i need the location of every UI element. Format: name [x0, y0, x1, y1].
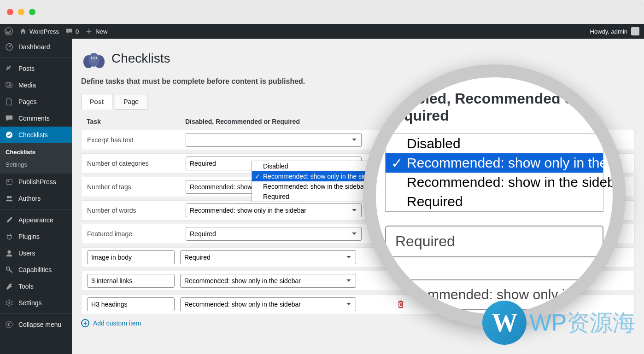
menu-settings[interactable]: Settings [0, 295, 72, 311]
menu-checklists[interactable]: Checklists [0, 127, 72, 143]
custom-task-input[interactable] [87, 250, 175, 264]
menu-publishpress[interactable]: PublishPress [0, 174, 72, 190]
menu-label: Authors [18, 195, 41, 202]
plus-icon [85, 28, 93, 35]
publish-icon [5, 177, 14, 186]
status-select[interactable]: Recommended: show only in the sidebar [180, 297, 356, 311]
menu-capabilities[interactable]: Capabilities [0, 261, 72, 278]
key-icon [5, 265, 14, 274]
mac-close-dot[interactable] [7, 9, 13, 15]
status-select[interactable]: Recommended: show only in the sidebar [180, 274, 356, 288]
menu-tools[interactable]: Tools [0, 278, 72, 295]
status-select[interactable] [186, 133, 362, 147]
magnifier-heading: Disabled, Recommended or Required [385, 90, 603, 124]
menu-comments[interactable]: Comments [0, 110, 72, 127]
menu-media[interactable]: Media [0, 77, 72, 93]
plugin-logo [81, 47, 107, 70]
menu-dashboard[interactable]: Dashboard [0, 39, 72, 55]
task-label: Number of categories [87, 160, 180, 167]
task-label: Featured image [87, 230, 180, 238]
menu-label: Pages [18, 98, 37, 105]
menu-plugins[interactable]: Plugins [0, 228, 72, 245]
magnifier-select[interactable]: Required [385, 226, 603, 257]
plug-icon [5, 232, 14, 241]
plus-circle-icon: + [81, 319, 89, 327]
status-select[interactable]: Required [186, 227, 362, 241]
status-select[interactable]: Required [180, 250, 356, 264]
watermark: W WP资源海 [482, 301, 636, 345]
gear-icon [5, 298, 14, 308]
comments-link[interactable]: 0 [65, 28, 79, 35]
menu-label: Dashboard [18, 43, 50, 51]
svg-point-14 [88, 53, 100, 67]
mac-maximize-dot[interactable] [29, 9, 35, 15]
check-icon [5, 130, 14, 139]
page-title: Checklists [111, 51, 170, 66]
mac-minimize-dot[interactable] [18, 9, 24, 15]
menu-pages[interactable]: Pages [0, 93, 72, 110]
svg-point-3 [6, 132, 12, 138]
magnifier-option[interactable]: Recommended: show in the sidebar a [386, 173, 603, 192]
submenu: Checklists Settings [0, 143, 72, 174]
site-link[interactable]: WordPress [19, 28, 59, 35]
tab-page[interactable]: Page [115, 94, 147, 110]
wp-logo-button[interactable] [5, 27, 13, 35]
svg-rect-4 [6, 180, 12, 185]
magnifier-option[interactable]: Recommended: show only in the side [386, 153, 603, 173]
custom-task-input[interactable] [87, 274, 175, 288]
page-icon [5, 97, 14, 106]
user-icon [5, 249, 14, 258]
submenu-checklists[interactable]: Checklists [0, 146, 72, 158]
trash-icon[interactable] [398, 301, 404, 308]
status-select[interactable]: Recommended: show only in the sidebar [186, 203, 362, 217]
menu-label: Users [18, 250, 35, 257]
svg-point-8 [7, 250, 11, 254]
task-label: Number of words [87, 207, 180, 214]
menu-users[interactable]: Users [0, 245, 72, 261]
menu-appearance[interactable]: Appearance [0, 212, 72, 228]
tab-post[interactable]: Post [81, 94, 112, 110]
howdy-text: Howdy, admin [590, 28, 627, 35]
column-task: Task [87, 118, 185, 125]
menu-label: Settings [18, 299, 42, 307]
comments-count: 0 [76, 28, 79, 35]
custom-task-input[interactable] [87, 297, 175, 311]
new-link[interactable]: New [85, 28, 107, 35]
home-icon [19, 28, 27, 35]
admin-sidebar: Dashboard Posts Media Pages Comments Che… [0, 39, 72, 354]
svg-point-11 [6, 321, 12, 328]
menu-label: Checklists [18, 131, 48, 139]
svg-point-17 [92, 58, 93, 59]
magnifier-option[interactable]: Required [386, 192, 603, 211]
menu-label: Media [18, 81, 36, 89]
add-link-label: Add custom item [93, 319, 141, 327]
comment-icon [5, 114, 14, 123]
collapse-icon [5, 320, 14, 329]
user-menu[interactable]: Howdy, admin [590, 27, 639, 35]
task-label: Excerpt has text [87, 136, 180, 144]
svg-point-18 [95, 58, 97, 59]
dashboard-icon [5, 42, 14, 52]
comment-icon [65, 28, 73, 35]
menu-label: Posts [18, 65, 35, 72]
magnifier-dropdown: Disabled Recommended: show only in the s… [385, 133, 603, 212]
brush-icon [5, 215, 14, 225]
menu-collapse[interactable]: Collapse menu [0, 316, 72, 333]
wordpress-icon [5, 27, 13, 35]
menu-label: Comments [18, 115, 50, 122]
magnifier-option[interactable]: Disabled [386, 134, 603, 153]
watermark-text: WP资源海 [529, 308, 636, 338]
avatar [631, 27, 639, 35]
menu-label: Appearance [18, 216, 53, 224]
admin-bar: WordPress 0 New Howdy, admin [0, 24, 644, 39]
svg-point-7 [9, 196, 12, 198]
svg-rect-5 [7, 180, 9, 182]
menu-posts[interactable]: Posts [0, 60, 72, 77]
menu-authors[interactable]: Authors [0, 190, 72, 207]
users-icon [5, 194, 14, 203]
media-icon [5, 81, 14, 90]
magnifier-overlay: Disabled, Recommended or Required Disabl… [363, 64, 626, 327]
menu-label: Plugins [18, 233, 40, 240]
site-name: WordPress [29, 28, 59, 35]
submenu-settings[interactable]: Settings [0, 158, 72, 171]
